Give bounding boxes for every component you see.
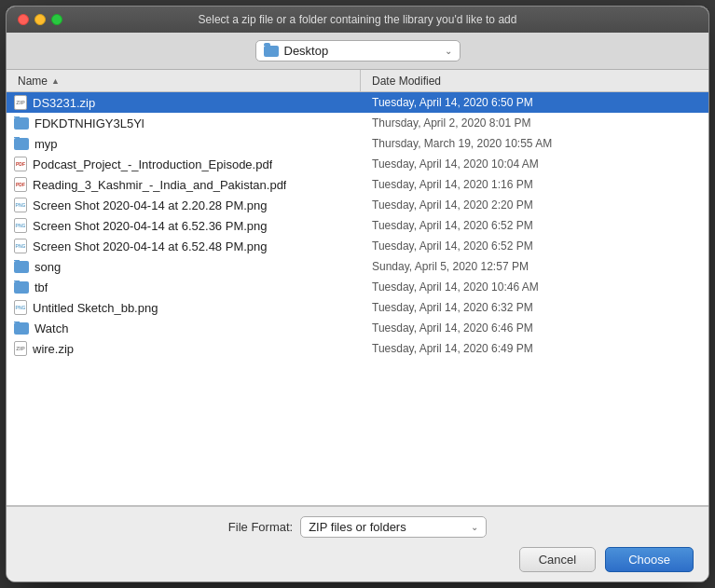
location-text: Desktop [284,44,439,58]
window-controls [18,14,62,25]
file-date-cell: Thursday, March 19, 2020 10:55 AM [361,137,708,150]
file-date-cell: Tuesday, April 14, 2020 6:46 PM [361,321,708,335]
file-name: Screen Shot 2020-04-14 at 6.52.36 PM.png [33,219,268,233]
minimize-button[interactable] [34,14,46,25]
folder-icon [14,281,29,294]
table-row[interactable]: PNG Untitled Sketch_bb.png Tuesday, Apri… [7,297,708,318]
folder-icon [264,46,279,57]
file-name: myp [34,137,58,151]
location-bar: Desktop ⌄ [7,33,708,70]
file-name: DS3231.zip [33,96,95,110]
png-icon: PNG [14,300,27,315]
file-list-area: Name ▲ Date Modified ZIP DS3231.zip Tues… [7,70,708,506]
location-dropdown[interactable]: Desktop ⌄ [255,40,461,62]
sort-arrow-icon: ▲ [51,76,60,86]
file-date-cell: Thursday, April 2, 2020 8:01 PM [361,116,708,130]
table-row[interactable]: Watch Tuesday, April 14, 2020 6:46 PM [7,318,708,338]
file-format-row: File Format: ZIP files or folders ⌄ [21,516,694,538]
zip-icon: ZIP [14,95,27,110]
folder-icon [14,261,29,273]
file-date-cell: Tuesday, April 14, 2020 2:20 PM [361,198,708,212]
png-icon: PNG [14,198,27,212]
file-name-cell: ZIP wire.zip [7,341,361,356]
file-name: tbf [34,280,48,294]
table-row[interactable]: FDKDTNHIGY3L5Yl Thursday, April 2, 2020 … [7,113,708,133]
table-row[interactable]: PDF Podcast_Project_-_Introduction_Episo… [7,154,708,174]
file-date-cell: Tuesday, April 14, 2020 6:49 PM [361,342,708,355]
column-name-header[interactable]: Name ▲ [7,70,361,91]
table-row[interactable]: ZIP wire.zip Tuesday, April 14, 2020 6:4… [7,338,708,359]
close-button[interactable] [18,14,29,25]
folder-icon [14,322,29,335]
file-name: Reading_3_Kashmir_-_India_and_Pakistan.p… [33,178,286,192]
file-name-cell: PNG Screen Shot 2020-04-14 at 2.20.28 PM… [7,198,361,212]
file-name: Watch [34,321,68,335]
chevron-down-icon: ⌄ [471,522,478,532]
file-name: Untitled Sketch_bb.png [33,301,158,315]
buttons-row: Cancel Choose [21,547,694,572]
table-row[interactable]: PNG Screen Shot 2020-04-14 at 6.52.48 PM… [7,236,708,256]
file-date-cell: Tuesday, April 14, 2020 1:16 PM [361,178,708,191]
table-row[interactable]: myp Thursday, March 19, 2020 10:55 AM [7,133,708,154]
file-name-cell: song [7,260,361,274]
table-row[interactable]: PNG Screen Shot 2020-04-14 at 2.20.28 PM… [7,195,708,215]
dialog-title: Select a zip file or a folder containing… [199,13,517,26]
table-row[interactable]: tbf Tuesday, April 14, 2020 10:46 AM [7,277,708,297]
file-name-cell: PNG Screen Shot 2020-04-14 at 6.52.48 PM… [7,239,361,253]
file-name: Podcast_Project_-_Introduction_Episode.p… [33,157,272,171]
file-date-cell: Sunday, April 5, 2020 12:57 PM [361,260,708,273]
pdf-icon: PDF [14,157,27,171]
file-name: song [34,260,61,274]
table-row[interactable]: PNG Screen Shot 2020-04-14 at 6.52.36 PM… [7,215,708,236]
file-date-cell: Tuesday, April 14, 2020 10:04 AM [361,157,708,171]
file-name-cell: PDF Podcast_Project_-_Introduction_Episo… [7,157,361,171]
title-bar: Select a zip file or a folder containing… [7,7,708,33]
zip-icon: ZIP [14,341,27,356]
png-icon: PNG [14,218,27,233]
file-date-cell: Tuesday, April 14, 2020 6:32 PM [361,301,708,314]
file-name: wire.zip [33,342,74,356]
file-date-cell: Tuesday, April 14, 2020 6:52 PM [361,239,708,253]
cancel-button[interactable]: Cancel [519,547,596,572]
column-headers: Name ▲ Date Modified [7,70,708,92]
file-format-dropdown[interactable]: ZIP files or folders ⌄ [300,516,487,538]
column-date-header[interactable]: Date Modified [361,75,708,88]
file-name: Screen Shot 2020-04-14 at 2.20.28 PM.png [33,198,268,212]
file-name-cell: PDF Reading_3_Kashmir_-_India_and_Pakist… [7,177,361,192]
file-name-cell: tbf [7,280,361,294]
pdf-icon: PDF [14,177,27,192]
file-name-cell: myp [7,137,361,151]
file-date-cell: Tuesday, April 14, 2020 6:52 PM [361,219,708,232]
file-name-cell: PNG Untitled Sketch_bb.png [7,300,361,315]
file-name-cell: ZIP DS3231.zip [7,95,361,110]
folder-icon [14,117,29,130]
bottom-bar: File Format: ZIP files or folders ⌄ Canc… [7,506,708,581]
table-row[interactable]: ZIP DS3231.zip Tuesday, April 14, 2020 6… [7,92,708,113]
file-list: ZIP DS3231.zip Tuesday, April 14, 2020 6… [7,92,708,505]
file-format-label: File Format: [228,520,293,534]
file-name: Screen Shot 2020-04-14 at 6.52.48 PM.png [33,239,268,253]
file-name-cell: FDKDTNHIGY3L5Yl [7,116,361,130]
file-name-cell: Watch [7,321,361,335]
file-date-cell: Tuesday, April 14, 2020 10:46 AM [361,280,708,294]
folder-icon [14,138,29,150]
png-icon: PNG [14,239,27,253]
maximize-button[interactable] [51,14,62,25]
table-row[interactable]: PDF Reading_3_Kashmir_-_India_and_Pakist… [7,174,708,195]
file-name-cell: PNG Screen Shot 2020-04-14 at 6.52.36 PM… [7,218,361,233]
table-row[interactable]: song Sunday, April 5, 2020 12:57 PM [7,256,708,277]
chevron-down-icon: ⌄ [445,46,452,56]
file-name: FDKDTNHIGY3L5Yl [34,116,144,130]
file-date-cell: Tuesday, April 14, 2020 6:50 PM [361,96,708,109]
file-format-value: ZIP files or folders [309,520,465,534]
file-picker-dialog: Select a zip file or a folder containing… [6,6,709,582]
choose-button[interactable]: Choose [605,547,694,572]
